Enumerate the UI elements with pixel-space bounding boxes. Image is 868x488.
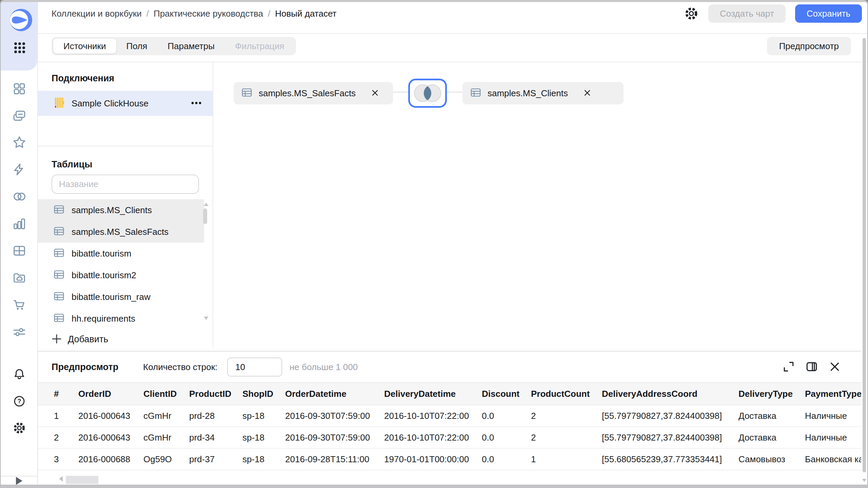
- table-list-item[interactable]: bibattle.tourism_raw: [38, 286, 204, 308]
- preview-cell: 2016-09-30T07:59:00: [285, 411, 384, 421]
- source-node-clients[interactable]: samples.MS_Clients: [462, 82, 624, 104]
- charts-icon[interactable]: [13, 217, 26, 230]
- all-services-grid-icon[interactable]: [13, 41, 26, 55]
- preview-cell: Доставка: [738, 411, 805, 421]
- table-name: hh.requirements: [72, 313, 135, 324]
- join-type-inner-icon[interactable]: [408, 79, 447, 108]
- services-sliders-icon[interactable]: [13, 325, 26, 339]
- preview-header: Предпросмотр Количество строк: не больше…: [38, 352, 861, 382]
- preview-cell: cGmHr: [143, 411, 189, 421]
- table-list-item[interactable]: hh.requirements: [38, 308, 204, 329]
- dashboards-icon[interactable]: [13, 82, 26, 96]
- datasets-table-icon[interactable]: [13, 244, 26, 258]
- preview-cell: 2016-000643: [78, 411, 143, 421]
- preview-title: Предпросмотр: [52, 362, 118, 372]
- row-count-input[interactable]: [227, 358, 282, 377]
- preview-cell: Наличные: [805, 411, 861, 421]
- sidebar: ?: [1, 2, 38, 485]
- preview-column-header: #: [54, 389, 78, 399]
- preview-cell: Доставка: [738, 432, 805, 443]
- preview-dock-right-icon[interactable]: [804, 360, 819, 374]
- tables-list: samples.MS_Clientssamples.MS_SalesFactsb…: [38, 199, 209, 329]
- preview-column-header: PaymentType: [805, 389, 861, 399]
- marketplace-cart-icon[interactable]: [13, 298, 26, 312]
- list-scroll-up-icon[interactable]: [204, 203, 209, 206]
- add-table-button[interactable]: Добавить: [52, 332, 108, 347]
- scroll-down-arrow-icon[interactable]: [862, 479, 866, 482]
- preview-cell: Банковская карта: [805, 454, 861, 465]
- table-list-item[interactable]: bibattle.tourism: [38, 243, 204, 264]
- tab-sources[interactable]: Источники: [53, 39, 116, 54]
- preview-close-icon[interactable]: [827, 360, 842, 374]
- table-icon: [470, 87, 481, 100]
- table-icon: [53, 312, 65, 325]
- app-window: ? Коллекции и воркбуки / Практические ру…: [0, 0, 868, 488]
- table-name: bibattle.tourism: [72, 248, 131, 259]
- favorites-star-icon[interactable]: [13, 136, 26, 149]
- dataset-settings-gear-icon[interactable]: [684, 6, 699, 21]
- table-search-input[interactable]: [52, 175, 199, 194]
- table-icon: [53, 290, 65, 303]
- hscroll-left-arrow-icon[interactable]: [59, 476, 63, 482]
- connection-more-dots-icon[interactable]: [188, 97, 202, 110]
- preview-column-header: ClientID: [143, 389, 189, 399]
- preview-column-header: ProductCount: [531, 389, 602, 399]
- tab-parameters[interactable]: Параметры: [157, 39, 225, 54]
- tab-filtering[interactable]: Фильтрация: [225, 39, 294, 54]
- table-name: bibattle.tourism_raw: [72, 292, 151, 302]
- table-list-item[interactable]: samples.MS_Clients: [38, 199, 204, 221]
- preview-cell: 0.0: [482, 432, 531, 443]
- notifications-bell-icon[interactable]: [13, 367, 26, 381]
- preview-cell: 2: [54, 432, 78, 443]
- horizontal-scrollbar-thumb[interactable]: [66, 476, 98, 484]
- preview-cell: 2016-10-10T07:22:00: [384, 411, 482, 421]
- remove-source-close-icon[interactable]: [371, 89, 379, 98]
- preview-cell: prd-34: [189, 432, 242, 443]
- preview-cell: 2016-09-28T15:11:00: [285, 454, 384, 465]
- preview-cell: 2016-000688: [78, 454, 143, 465]
- page-scrollbar-thumb[interactable]: [863, 38, 866, 472]
- preview-cell: [55.680565239,37.773353441]: [602, 454, 738, 465]
- preview-expand-icon[interactable]: [781, 360, 796, 374]
- settings-gear-icon[interactable]: [13, 421, 26, 435]
- connection-item-sample-clickhouse[interactable]: Sample ClickHouse: [38, 91, 213, 116]
- remove-source-close-icon[interactable]: [583, 89, 592, 98]
- storage-folder-cloud-icon[interactable]: [13, 271, 26, 285]
- preview-cell: 1970-01-01T00:00:00: [384, 454, 482, 465]
- dataset-tabs: Источники Поля Параметры Фильтрация: [52, 37, 296, 55]
- header-actions: Создать чарт Сохранить: [684, 4, 862, 23]
- table-list-item[interactable]: bibattle.tourism2: [38, 264, 204, 286]
- preview-cell: 2016-000643: [78, 432, 143, 443]
- svg-text:?: ?: [18, 398, 21, 405]
- save-button[interactable]: Сохранить: [795, 4, 862, 23]
- preview-cell: 0.0: [482, 411, 531, 421]
- panel-divider: [38, 146, 213, 146]
- preview-cell: 3: [54, 454, 78, 465]
- connections-lightning-icon[interactable]: [13, 163, 26, 176]
- preview-cell: Og59O: [143, 454, 189, 465]
- sources-canvas: samples.MS_SalesFacts samples.MS_Clients: [214, 62, 861, 348]
- help-question-icon[interactable]: ?: [13, 394, 26, 408]
- table-list-item[interactable]: samples.MS_SalesFacts: [38, 221, 204, 243]
- connections-title: Подключения: [52, 73, 114, 84]
- preview-cell: Самовывоз: [738, 454, 805, 465]
- list-scrollbar-thumb[interactable]: [203, 208, 207, 224]
- joins-circles-icon[interactable]: [13, 190, 26, 203]
- preview-cell: Наличные: [805, 432, 861, 443]
- breadcrumb-guides[interactable]: Практические руководства: [154, 8, 263, 19]
- preview-cell: prd-37: [189, 454, 242, 465]
- top-bar: Коллекции и воркбуки / Практические руко…: [38, 2, 867, 34]
- preview-column-header: OrderDatetime: [285, 389, 384, 399]
- create-chart-button[interactable]: Создать чарт: [708, 4, 786, 23]
- source-node-salesfacts[interactable]: samples.MS_SalesFacts: [234, 82, 393, 104]
- tab-fields[interactable]: Поля: [116, 39, 158, 54]
- preview-toggle-button[interactable]: Предпросмотр: [767, 37, 851, 55]
- breadcrumb-separator: /: [268, 8, 270, 19]
- preview-column-header: OrderID: [78, 389, 143, 399]
- preview-cell: sp-18: [242, 411, 285, 421]
- datalens-logo[interactable]: [10, 9, 32, 33]
- breadcrumb-collections[interactable]: Коллекции и воркбуки: [52, 8, 142, 19]
- list-scroll-down-icon[interactable]: [204, 317, 209, 320]
- workbooks-icon[interactable]: [13, 109, 26, 123]
- expand-panel-play-button[interactable]: [1, 476, 37, 485]
